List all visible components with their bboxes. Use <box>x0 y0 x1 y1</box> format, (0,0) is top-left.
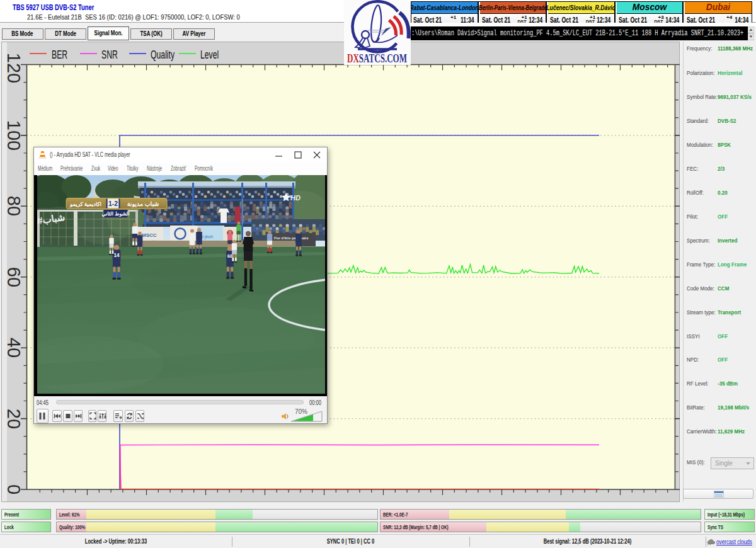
svg-text:Fier d'être partenaire: Fier d'être partenaire <box>274 236 309 240</box>
svg-text:DXSATCS.COM: DXSATCS.COM <box>347 52 407 65</box>
svg-text:الشوط الثاني: الشوط الثاني <box>102 211 130 217</box>
svg-text:اكاديمية كريمو: اكاديمية كريمو <box>69 201 101 208</box>
svg-text:14: 14 <box>113 253 120 258</box>
svg-text:شباب مديونة: شباب مديونة <box>127 200 159 208</box>
svg-text:1-2: 1-2 <box>108 200 118 207</box>
svg-text:MSCC: MSCC <box>142 232 157 238</box>
svg-text:HD: HD <box>290 194 301 202</box>
svg-text:o jeun: o jeun <box>201 234 213 239</box>
